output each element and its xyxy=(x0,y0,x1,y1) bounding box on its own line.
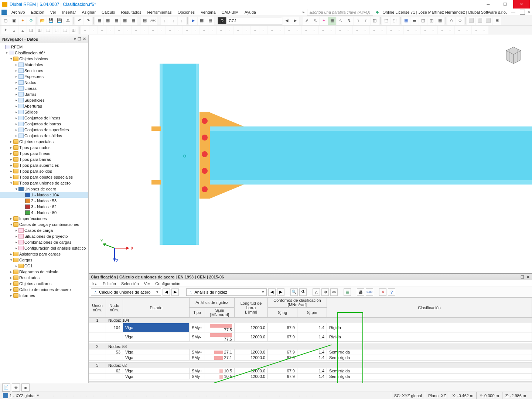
table-row[interactable]: Viga SMy- 77.5 12000.0 67.9 1.4 Rígida xyxy=(89,332,532,342)
sb-tool[interactable]: · xyxy=(163,392,170,399)
tb-view1[interactable]: ◫ xyxy=(419,17,427,25)
sb-tool[interactable]: · xyxy=(183,392,190,399)
tb2-icon[interactable]: ◦ xyxy=(89,26,98,34)
tb-v3[interactable]: ✦ xyxy=(320,17,328,25)
tree-imperf[interactable]: ▸Imperfecciones xyxy=(0,216,88,222)
tree-steel-node-4[interactable]: 4 - Nudos : 80 xyxy=(0,210,88,216)
tb2-icon[interactable]: ◦ xyxy=(412,26,420,34)
tb2-icon[interactable]: ◦ xyxy=(455,26,463,34)
mdi-max-icon[interactable] xyxy=(520,10,525,15)
menu-assign[interactable]: Asignar xyxy=(79,9,98,15)
nav-cube[interactable] xyxy=(502,43,525,65)
menu-window[interactable]: Ventana xyxy=(198,9,218,15)
tb2-icon[interactable]: ◦ xyxy=(234,26,242,34)
sb-tool[interactable]: · xyxy=(270,392,276,399)
tb2-icon[interactable]: ◦ xyxy=(463,26,471,34)
tree-item[interactable]: ▸Conjuntos de barras xyxy=(0,121,88,127)
sb-tool[interactable]: · xyxy=(276,392,283,399)
tb2-icon[interactable]: ◦ xyxy=(446,26,454,34)
sb-tool[interactable]: · xyxy=(197,392,203,399)
tb-table[interactable]: ▤ xyxy=(141,17,149,25)
tree-asist[interactable]: ▸Asistentes para cargas xyxy=(0,251,88,257)
sb-tool[interactable]: · xyxy=(210,392,216,399)
sb-tool[interactable]: · xyxy=(77,392,83,399)
tb2-icon[interactable]: ◦ xyxy=(387,26,395,34)
results-dd-analysis[interactable]: ⛬Análisis de rigidez▾ xyxy=(186,288,267,296)
tree-item[interactable]: ▸Casos de carga xyxy=(0,227,88,233)
menu-tools[interactable]: Herramientas xyxy=(145,9,174,15)
tb-copy[interactable]: ▣ xyxy=(10,17,18,25)
tb-redo[interactable]: ↷ xyxy=(84,17,92,25)
sb-tool[interactable]: · xyxy=(157,392,163,399)
tree-folder[interactable]: ▸Tipos para sólidos xyxy=(0,168,88,174)
lc-prev[interactable]: ◀ xyxy=(283,17,291,25)
rtb-prev[interactable]: ◀ xyxy=(163,288,170,296)
tree-folder[interactable]: ▸Informes xyxy=(0,293,88,298)
sb-script[interactable]: 📄 xyxy=(2,383,10,392)
tb-open[interactable]: 📂 xyxy=(38,17,47,25)
tree-item[interactable]: ▸Conjuntos de sólidos xyxy=(0,133,88,139)
tb2-d[interactable]: ◫ xyxy=(27,26,35,34)
tb2-icon[interactable]: ◦ xyxy=(480,26,488,34)
results-menu-sel[interactable]: Selección xyxy=(121,281,139,286)
tb-doc[interactable]: ▤ xyxy=(206,17,214,25)
tb-grid4[interactable]: ▦ xyxy=(121,17,129,25)
tb-v2[interactable]: ⬁ xyxy=(311,17,319,25)
maximize-button[interactable]: ☐ xyxy=(497,0,513,9)
tb-save[interactable]: 💾 xyxy=(47,17,55,25)
tb2-icon[interactable]: ◦ xyxy=(132,26,140,34)
sb-tool[interactable]: · xyxy=(50,392,57,399)
menu-edit[interactable]: Edición xyxy=(28,9,47,15)
rtb-prev2[interactable]: ◀ xyxy=(268,288,276,296)
menu-calc[interactable]: Cálculo xyxy=(99,9,118,15)
tb2-icon[interactable]: ◦ xyxy=(217,26,225,34)
tb2-icon[interactable]: ◦ xyxy=(395,26,403,34)
tree-item[interactable]: ▸Combinaciones de cargas xyxy=(0,239,88,245)
col-tipo[interactable]: Tipo xyxy=(190,308,205,318)
col-sjini[interactable]: Sj,ini [MNm/rad] xyxy=(205,308,235,318)
results-menu-goto[interactable]: Ir a xyxy=(92,281,98,286)
results-dd-calc[interactable]: ⛬Cálculo de uniones de acero▾ xyxy=(91,288,161,296)
tb-v4[interactable]: ▦ xyxy=(328,17,336,25)
tb2-icon[interactable]: ◦ xyxy=(251,26,259,34)
tb2-icon[interactable]: ◦ xyxy=(123,26,132,34)
mdi-close-icon[interactable]: ✕ xyxy=(527,10,531,14)
tb2-g[interactable]: ⬚ xyxy=(52,26,61,34)
tb-undo[interactable]: ↶ xyxy=(75,17,83,25)
sb-tool[interactable]: · xyxy=(143,392,150,399)
tb-iso1[interactable]: ⬚ xyxy=(382,17,390,25)
tree-file[interactable]: ▾Clasificacion.rf6* xyxy=(0,50,88,56)
col-len[interactable]: Longitud de barra L [mm] xyxy=(235,298,268,318)
sb-view[interactable]: 1 - XYZ global xyxy=(10,393,35,398)
tb2-icon[interactable]: ◦ xyxy=(183,26,191,34)
tb-grid2[interactable]: ▦ xyxy=(104,17,112,25)
menu-options[interactable]: Opciones xyxy=(175,9,197,15)
tb-box1[interactable]: ⬜ xyxy=(467,17,475,25)
tree-item[interactable]: ▸Espesores xyxy=(0,74,88,80)
sb-tool[interactable]: · xyxy=(263,392,270,399)
tb2-icon[interactable]: ◦ xyxy=(149,26,157,34)
sb-tool[interactable]: · xyxy=(230,392,236,399)
rtb-dec[interactable]: 0.00 xyxy=(366,288,373,296)
tree-cases[interactable]: ▾Casos de carga y combinaciones xyxy=(0,222,88,227)
tree-folder[interactable]: ▸Resultados xyxy=(0,275,88,281)
tb2-icon[interactable]: ◦ xyxy=(438,26,446,34)
rtb-help[interactable]: ? xyxy=(388,288,395,296)
tb-v1[interactable]: ⬀ xyxy=(303,17,311,25)
tb-grid3[interactable]: ▦ xyxy=(112,17,120,25)
menu-cadbim[interactable]: CAD-BIM xyxy=(219,9,241,15)
table-row[interactable]: Viga SMy- 27.1 12000.0 67.9 1.4 Semirríg… xyxy=(89,355,532,361)
tb-load3[interactable]: ↓ xyxy=(178,17,186,25)
table-row[interactable]: 53 Viga SMy+ 27.1 12000.0 67.9 1.4 Semir… xyxy=(89,349,532,355)
tree-item[interactable]: ▸Nudos xyxy=(0,80,88,85)
tb2-icon[interactable]: ◦ xyxy=(310,26,318,34)
sb-tool[interactable]: · xyxy=(117,392,123,399)
tb-print[interactable]: 🖶 xyxy=(64,17,72,25)
tree-item[interactable]: ▸Sólidos xyxy=(0,109,88,115)
rtb-tool3[interactable]: xxx xyxy=(330,288,338,296)
sb-tool[interactable]: · xyxy=(290,392,296,399)
results-menu-edit[interactable]: Edición xyxy=(103,281,116,286)
sb-tool[interactable]: · xyxy=(236,392,243,399)
tb2-icon[interactable]: ◦ xyxy=(276,26,284,34)
tb-v6[interactable]: ↯ xyxy=(345,17,353,25)
